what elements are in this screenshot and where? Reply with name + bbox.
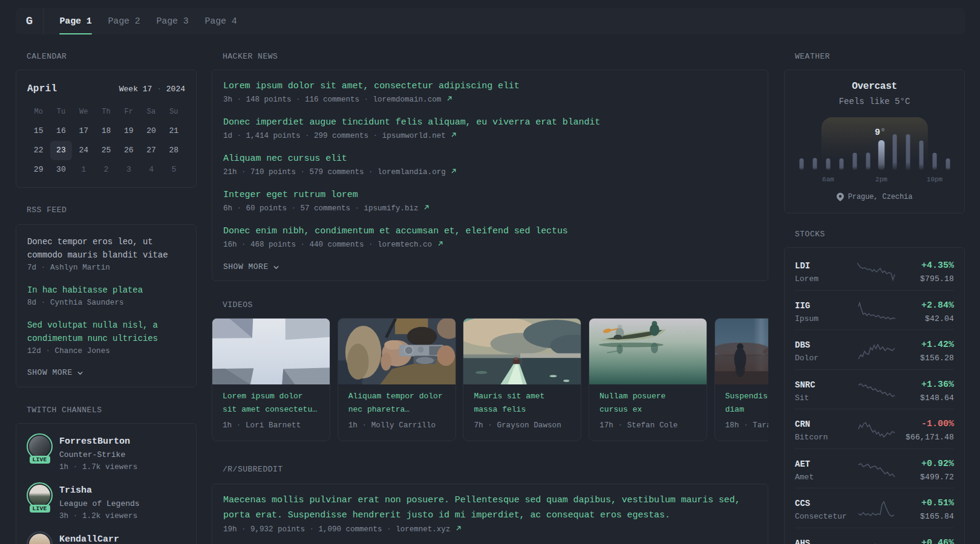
svg-text:6am: 6am: [822, 176, 834, 183]
svg-text:10pm: 10pm: [927, 176, 943, 183]
svg-text:2pm: 2pm: [875, 176, 887, 183]
svg-text:9°: 9°: [875, 128, 886, 138]
